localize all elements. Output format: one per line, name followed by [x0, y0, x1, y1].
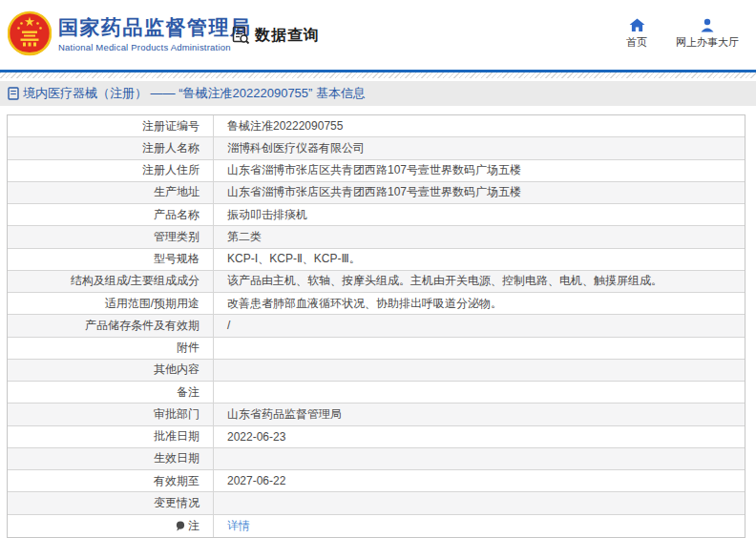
- table-row: 型号规格KCP-Ⅰ、KCP-Ⅱ、KCP-Ⅲ。: [8, 249, 745, 271]
- table-row: 结构及组成/主要组成成分该产品由主机、软轴、按摩头组成。主机由开关电源、控制电路…: [8, 271, 745, 293]
- row-value: 该产品由主机、软轴、按摩头组成。主机由开关电源、控制电路、电机、触摸屏组成。: [214, 271, 745, 292]
- nav-home[interactable]: 首页: [626, 18, 647, 50]
- breadcrumb: 境内医疗器械（注册） —— “鲁械注准20222090755” 基本信息: [0, 81, 756, 106]
- table-row: 生产地址山东省淄博市张店区共青团西路107号壹世界数码广场五楼: [8, 182, 745, 204]
- row-label: 结构及组成/主要组成成分: [8, 271, 214, 292]
- row-label: 有效期至: [8, 470, 214, 491]
- row-value: /: [214, 315, 745, 336]
- table-row: 产品名称振动叩击排痰机: [8, 204, 745, 226]
- home-icon: [629, 18, 645, 32]
- registration-info-table: 注册证编号鲁械注准20222090755 注册人名称淄博科创医疗仪器有限公司 注…: [7, 114, 746, 538]
- row-value: 2027-06-22: [214, 470, 745, 491]
- row-value: 鲁械注准20222090755: [214, 115, 745, 136]
- nav-home-label: 首页: [626, 35, 647, 50]
- table-row: 附件: [8, 338, 745, 360]
- document-search-icon: [230, 25, 251, 46]
- table-row: 变更情况: [8, 492, 745, 514]
- table-row: 产品储存条件及有效期/: [8, 315, 745, 337]
- table-row: 注册人名称淄博科创医疗仪器有限公司: [8, 137, 745, 159]
- row-value: 第二类: [214, 226, 745, 247]
- table-row: 其他内容: [8, 360, 745, 382]
- agency-subtitle: National Medical Products Administration: [58, 42, 252, 52]
- site-header: 国家药品监督管理局 National Medical Products Admi…: [0, 0, 756, 70]
- row-value: 2022-06-23: [214, 426, 745, 447]
- row-label: 其他内容: [8, 360, 214, 381]
- data-query-section: 数据查询: [230, 25, 320, 46]
- table-row: 注 详情: [8, 515, 745, 537]
- row-value: [214, 360, 745, 381]
- nav-service-hall[interactable]: 网上办事大厅: [676, 18, 739, 50]
- document-icon: [8, 87, 19, 100]
- row-label: 批准日期: [8, 426, 214, 447]
- row-label: 型号规格: [8, 249, 214, 270]
- row-label: 生效日期: [8, 448, 214, 469]
- agency-logo: 国家药品监督管理局 National Medical Products Admi…: [8, 10, 252, 58]
- details-link[interactable]: 详情: [227, 518, 250, 534]
- note-icon: [176, 521, 185, 531]
- row-value: 山东省淄博市张店区共青团西路107号壹世界数码广场五楼: [214, 182, 745, 203]
- table-row: 审批部门山东省药品监督管理局: [8, 404, 745, 425]
- row-value: 振动叩击排痰机: [214, 204, 745, 225]
- row-label: 管理类别: [8, 226, 214, 247]
- row-value: 山东省药品监督管理局: [214, 404, 745, 424]
- row-label: 注: [8, 515, 214, 537]
- row-label: 变更情况: [8, 492, 214, 513]
- row-label: 注册证编号: [8, 115, 214, 136]
- row-label: 审批部门: [8, 404, 214, 424]
- row-label: 生产地址: [8, 182, 214, 203]
- row-value: [214, 492, 745, 513]
- row-value: 淄博科创医疗仪器有限公司: [214, 137, 745, 158]
- table-row: 适用范围/预期用途改善患者肺部血液循环状况、协助排出呼吸道分泌物。: [8, 293, 745, 315]
- table-row: 备注: [8, 382, 745, 404]
- breadcrumb-text: 境内医疗器械（注册） —— “鲁械注准20222090755” 基本信息: [23, 85, 366, 102]
- national-emblem-icon: [8, 10, 52, 58]
- row-label: 备注: [8, 382, 214, 403]
- person-icon: [700, 18, 715, 32]
- row-value: [214, 338, 745, 359]
- row-label-text: 注: [188, 518, 200, 534]
- hatch-band: [0, 72, 756, 78]
- row-label: 产品名称: [8, 204, 214, 225]
- row-value: KCP-Ⅰ、KCP-Ⅱ、KCP-Ⅲ。: [214, 249, 745, 270]
- row-label: 附件: [8, 338, 214, 359]
- top-nav: 首页 网上办事大厅: [626, 18, 739, 50]
- agency-title: 国家药品监督管理局: [58, 16, 252, 39]
- row-value: [214, 448, 745, 469]
- row-label: 注册人住所: [8, 160, 214, 181]
- row-value: 详情: [214, 515, 745, 537]
- nav-hall-label: 网上办事大厅: [676, 35, 739, 50]
- row-value: 山东省淄博市张店区共青团西路107号壹世界数码广场五楼: [214, 160, 745, 181]
- data-query-label: 数据查询: [255, 26, 320, 46]
- table-row: 注册人住所山东省淄博市张店区共青团西路107号壹世界数码广场五楼: [8, 160, 745, 182]
- table-row: 生效日期: [8, 448, 745, 470]
- table-row: 批准日期2022-06-23: [8, 426, 745, 448]
- table-row: 注册证编号鲁械注准20222090755: [8, 115, 745, 137]
- row-value: 改善患者肺部血液循环状况、协助排出呼吸道分泌物。: [214, 293, 745, 314]
- table-row: 管理类别第二类: [8, 226, 745, 248]
- row-value: [214, 382, 745, 403]
- row-label: 适用范围/预期用途: [8, 293, 214, 314]
- row-label: 注册人名称: [8, 137, 214, 158]
- table-row: 有效期至2027-06-22: [8, 470, 745, 492]
- row-label: 产品储存条件及有效期: [8, 315, 214, 336]
